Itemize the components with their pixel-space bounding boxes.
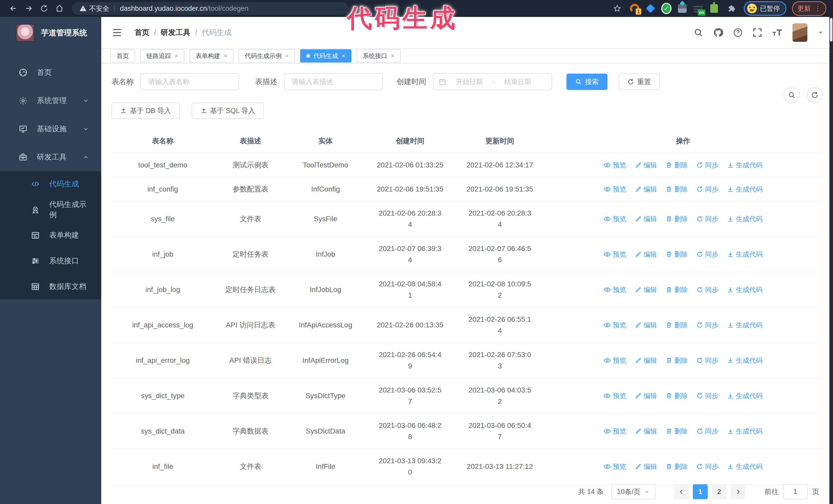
end-date-input[interactable] (497, 78, 538, 86)
tab-0[interactable]: 首页 (111, 49, 135, 63)
action-edit[interactable]: 编辑 (635, 284, 657, 295)
bookmark-star-icon[interactable] (611, 2, 624, 15)
submenu-item-1[interactable]: 代码生成示例 (0, 197, 101, 222)
action-sync[interactable]: 同步 (696, 160, 718, 171)
tab-5[interactable]: 系统接口× (357, 49, 401, 63)
action-delete[interactable]: 删除 (666, 390, 688, 402)
extension-check-icon[interactable]: ✓ (661, 3, 671, 14)
action-eye[interactable]: 预览 (603, 160, 626, 171)
sidebar-item-2[interactable]: 基础设施 (0, 115, 101, 143)
action-eye[interactable]: 预览 (603, 355, 626, 366)
action-sync[interactable]: 同步 (696, 319, 718, 331)
start-date-input[interactable] (449, 78, 490, 86)
action-delete[interactable]: 删除 (666, 184, 688, 195)
search-button[interactable]: 搜索 (567, 74, 608, 90)
action-edit[interactable]: 编辑 (635, 355, 657, 366)
tab-3[interactable]: 代码生成示例× (239, 49, 295, 63)
breadcrumb-item-0[interactable]: 首页 (135, 27, 149, 38)
close-tab-icon[interactable]: × (391, 52, 395, 59)
action-download[interactable]: 生成代码 (727, 284, 763, 295)
action-sync[interactable]: 同步 (696, 355, 718, 366)
action-sync[interactable]: 同步 (696, 461, 718, 472)
extension-orange-icon[interactable]: 1 (629, 3, 640, 14)
action-delete[interactable]: 删除 (666, 426, 688, 437)
action-edit[interactable]: 编辑 (635, 426, 657, 437)
action-download[interactable]: 生成代码 (727, 249, 763, 260)
prev-page-button[interactable] (674, 484, 689, 499)
next-page-button[interactable] (731, 484, 745, 499)
submenu-item-3[interactable]: 系统接口 (0, 248, 101, 274)
fullscreen-icon[interactable] (753, 28, 762, 38)
sidebar-item-3[interactable]: 研发工具 (0, 143, 101, 171)
import-db-button[interactable]: 基于 DB 导入 (112, 102, 180, 119)
action-edit[interactable]: 编辑 (635, 319, 657, 331)
reload-icon[interactable] (38, 2, 51, 15)
tab-1[interactable]: 链路追踪× (140, 49, 184, 63)
update-button[interactable]: 更新 ⋮ (792, 1, 826, 16)
extension-gem-icon[interactable] (645, 3, 656, 14)
forward-icon[interactable] (22, 2, 35, 15)
paused-pill[interactable]: 已暂停 (744, 1, 786, 16)
action-delete[interactable]: 删除 (666, 355, 688, 366)
user-avatar[interactable] (792, 23, 807, 42)
avatar-caret-icon[interactable] (817, 29, 824, 36)
action-sync[interactable]: 同步 (696, 284, 718, 295)
table-desc-input[interactable] (284, 73, 383, 90)
extensions-puzzle-icon[interactable] (725, 2, 738, 15)
action-delete[interactable]: 删除 (666, 249, 688, 260)
action-edit[interactable]: 编辑 (635, 249, 657, 260)
action-download[interactable]: 生成代码 (727, 461, 763, 472)
action-delete[interactable]: 删除 (666, 160, 688, 171)
action-sync[interactable]: 同步 (696, 426, 718, 437)
action-edit[interactable]: 编辑 (635, 160, 657, 171)
show-search-circle-button[interactable] (784, 87, 800, 103)
scrollbar-thumb[interactable] (830, 18, 832, 42)
action-download[interactable]: 生成代码 (727, 184, 763, 195)
tab-4[interactable]: 代码生成× (300, 49, 351, 63)
submenu-item-2[interactable]: 表单构建 (0, 222, 101, 248)
close-tab-icon[interactable]: × (174, 52, 178, 59)
action-edit[interactable]: 编辑 (635, 390, 657, 402)
action-delete[interactable]: 删除 (666, 319, 688, 331)
page-size-select[interactable]: 10条/页 (611, 484, 656, 499)
extension-bot-icon[interactable] (709, 3, 719, 14)
sidebar-item-1[interactable]: 系统管理 (0, 87, 101, 115)
close-tab-icon[interactable]: × (342, 52, 345, 59)
submenu-item-0[interactable]: 代码生成 (0, 171, 101, 197)
action-delete[interactable]: 删除 (666, 284, 688, 295)
action-download[interactable]: 生成代码 (727, 213, 763, 224)
page-button-2[interactable]: 2 (712, 484, 727, 499)
action-sync[interactable]: 同步 (696, 213, 718, 224)
security-warning[interactable]: 不安全 (79, 4, 109, 13)
hamburger-icon[interactable] (111, 26, 124, 39)
tab-2[interactable]: 表单构建× (189, 49, 234, 63)
goto-page-input[interactable] (783, 484, 808, 499)
search-icon[interactable] (694, 28, 703, 38)
action-delete[interactable]: 删除 (666, 461, 688, 472)
action-sync[interactable]: 同步 (696, 249, 718, 260)
action-download[interactable]: 生成代码 (727, 355, 763, 366)
breadcrumb-item-1[interactable]: 研发工具 (161, 27, 190, 38)
action-eye[interactable]: 预览 (603, 461, 626, 472)
reset-button[interactable]: 重置 (619, 74, 660, 90)
submenu-item-4[interactable]: 数据库文档 (0, 274, 101, 299)
action-edit[interactable]: 编辑 (635, 461, 657, 472)
action-download[interactable]: 生成代码 (727, 390, 763, 402)
page-scrollbar[interactable] (829, 17, 833, 504)
date-range-picker[interactable]: - (433, 73, 552, 90)
action-eye[interactable]: 预览 (603, 249, 626, 260)
github-icon[interactable] (713, 27, 723, 38)
action-sync[interactable]: 同步 (696, 184, 718, 195)
home-icon[interactable] (53, 2, 66, 15)
close-tab-icon[interactable]: × (224, 52, 227, 59)
action-eye[interactable]: 预览 (603, 184, 626, 195)
action-edit[interactable]: 编辑 (635, 213, 657, 224)
table-name-input[interactable] (140, 73, 239, 90)
font-size-icon[interactable] (772, 28, 783, 38)
action-download[interactable]: 生成代码 (727, 319, 763, 331)
refresh-circle-button[interactable] (807, 87, 823, 103)
address-bar[interactable]: 不安全 dashboard.yudao.iocoder.cn/tool/code… (72, 2, 349, 15)
extension-grid-icon[interactable] (677, 3, 687, 14)
action-eye[interactable]: 预览 (603, 319, 626, 331)
action-eye[interactable]: 预览 (603, 284, 626, 295)
